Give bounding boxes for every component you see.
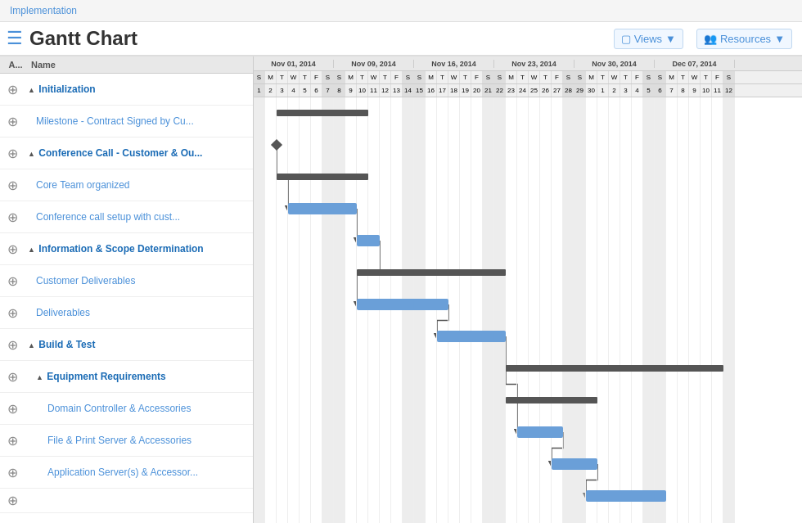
row-label-custdel[interactable]: Customer Deliverables — [25, 272, 253, 290]
drag-handle-info[interactable]: ⊕ — [0, 241, 25, 257]
resources-button[interactable]: 👥 Resources ▼ — [696, 29, 792, 49]
day-name-col: T — [437, 71, 448, 83]
day-name-col: S — [254, 71, 265, 83]
day-num-col: 24 — [517, 84, 529, 97]
drag-handle-milestone[interactable]: ⊕ — [0, 114, 25, 129]
gantt-row-1 — [254, 129, 735, 161]
left-header: A... Name — [0, 56, 253, 74]
drag-handle-build[interactable]: ⊕ — [0, 337, 25, 353]
row-milestone: ⊕ Milestone - Contract Signed by Cu... — [0, 106, 253, 138]
drag-handle-del[interactable]: ⊕ — [0, 305, 25, 321]
gantt-row-13 — [254, 512, 735, 523]
day-name-col: M — [666, 71, 678, 83]
day-num-col: 3 — [620, 84, 632, 97]
week6-label: Dec 07, 2014 — [655, 60, 735, 68]
day-num-col: 10 — [701, 84, 712, 97]
day-num-col: 4 — [288, 84, 300, 97]
day-name-col: T — [620, 71, 632, 83]
gantt-inner: Nov 01, 2014 Nov 09, 2014 Nov 16, 2014 N… — [254, 56, 802, 523]
day-num-col: 12 — [723, 84, 735, 97]
views-chevron-icon: ▼ — [665, 33, 676, 45]
drag-handle-init[interactable]: ⊕ — [0, 82, 25, 97]
drag-handle-confsetup[interactable]: ⊕ — [0, 210, 25, 225]
row-label-del[interactable]: Deliverables — [25, 304, 253, 322]
views-button[interactable]: ▢ Views ▼ — [614, 29, 683, 49]
bar-row6 — [357, 299, 448, 310]
day-num-col: 11 — [712, 84, 723, 97]
expand-icon-info[interactable]: ▲ — [28, 246, 36, 254]
gantt-row-2 — [254, 161, 735, 193]
row-label-fileprint[interactable]: File & Print Server & Accessories — [25, 431, 253, 449]
row-label-appserver[interactable]: Application Server(s) & Accessor... — [25, 463, 253, 481]
drag-handle-extra[interactable]: ⊕ — [0, 493, 25, 508]
day-name-col: S — [322, 71, 334, 83]
expand-icon-build[interactable]: ▲ — [28, 341, 36, 349]
drag-handle-fileprint[interactable]: ⊕ — [0, 433, 25, 449]
drag-handle-domain[interactable]: ⊕ — [0, 401, 25, 417]
day-num-col: 3 — [277, 84, 288, 97]
drag-handle-core[interactable]: ⊕ — [0, 178, 25, 193]
day-name-col: W — [609, 71, 620, 83]
day-name-col: T — [540, 71, 552, 83]
views-icon: ▢ — [621, 33, 631, 45]
day-name-col: T — [517, 71, 529, 83]
gantt-row-11 — [254, 449, 735, 480]
day-name-col: T — [277, 71, 288, 83]
row-label-init[interactable]: ▲ Initialization — [25, 80, 253, 98]
expand-icon-init[interactable]: ▲ — [28, 86, 36, 94]
day-num-col: 1 — [597, 84, 609, 97]
day-num-col: 6 — [311, 84, 322, 97]
day-num-col: 19 — [460, 84, 471, 97]
drag-handle-appserver[interactable]: ⊕ — [0, 465, 25, 480]
day-num-col: 9 — [689, 84, 701, 97]
row-build: ⊕ ▲ Build & Test — [0, 329, 253, 361]
day-num-col: 28 — [563, 84, 574, 97]
bar-row4 — [357, 235, 380, 246]
row-label-equip[interactable]: ▲ Equipment Requirements — [25, 367, 253, 385]
row-label-info[interactable]: ▲ Information & Scope Determination — [25, 240, 253, 258]
row-label-domain[interactable]: Domain Controller & Accessories — [25, 399, 253, 417]
gantt-row-6 — [254, 289, 735, 321]
day-name-col: M — [586, 71, 597, 83]
day-name-col: T — [357, 71, 368, 83]
gantt-icon: ☰ — [7, 28, 23, 49]
day-name-col: S — [574, 71, 586, 83]
day-name-col: S — [494, 71, 506, 83]
bar-row12 — [586, 490, 666, 502]
week3-label: Nov 16, 2014 — [414, 60, 494, 68]
bar-row0 — [277, 110, 368, 116]
gantt-row-4 — [254, 225, 735, 257]
row-label-build[interactable]: ▲ Build & Test — [25, 336, 253, 354]
gantt-row-7 — [254, 321, 735, 353]
drag-handle-custdel[interactable]: ⊕ — [0, 273, 25, 289]
day-num-col: 25 — [529, 84, 540, 97]
row-domain: ⊕ Domain Controller & Accessories — [0, 393, 253, 425]
day-num-col: 4 — [632, 84, 643, 97]
row-label-confsetup[interactable]: Conference call setup with cust... — [25, 208, 253, 226]
row-label-milestone[interactable]: Milestone - Contract Signed by Cu... — [25, 112, 253, 130]
day-num-col: 16 — [426, 84, 437, 97]
day-num-col: 8 — [334, 84, 345, 97]
day-name-col: T — [597, 71, 609, 83]
day-num-col: 30 — [586, 84, 597, 97]
day-num-col: 17 — [437, 84, 448, 97]
day-num-col: 5 — [643, 84, 655, 97]
day-name-col: S — [403, 71, 414, 83]
drag-handle-equip[interactable]: ⊕ — [0, 369, 25, 385]
row-label-conf[interactable]: ▲ Conference Call - Customer & Ou... — [25, 144, 253, 162]
expand-icon-conf[interactable]: ▲ — [28, 150, 36, 158]
day-num-col: 27 — [552, 84, 563, 97]
expand-icon-equip[interactable]: ▲ — [36, 373, 44, 381]
day-num-col: 13 — [391, 84, 403, 97]
day-name-col: F — [391, 71, 403, 83]
day-name-col: T — [460, 71, 471, 83]
bar-row5 — [357, 269, 506, 276]
breadcrumb[interactable]: Implementation — [0, 0, 802, 22]
right-panel[interactable]: Nov 01, 2014 Nov 09, 2014 Nov 16, 2014 N… — [254, 56, 802, 523]
day-name-col: S — [414, 71, 426, 83]
drag-handle-conf[interactable]: ⊕ — [0, 146, 25, 161]
day-name-col: F — [632, 71, 643, 83]
row-label-core[interactable]: Core Team organized — [25, 176, 253, 194]
bar-row8 — [506, 365, 723, 372]
day-num-col: 6 — [655, 84, 666, 97]
